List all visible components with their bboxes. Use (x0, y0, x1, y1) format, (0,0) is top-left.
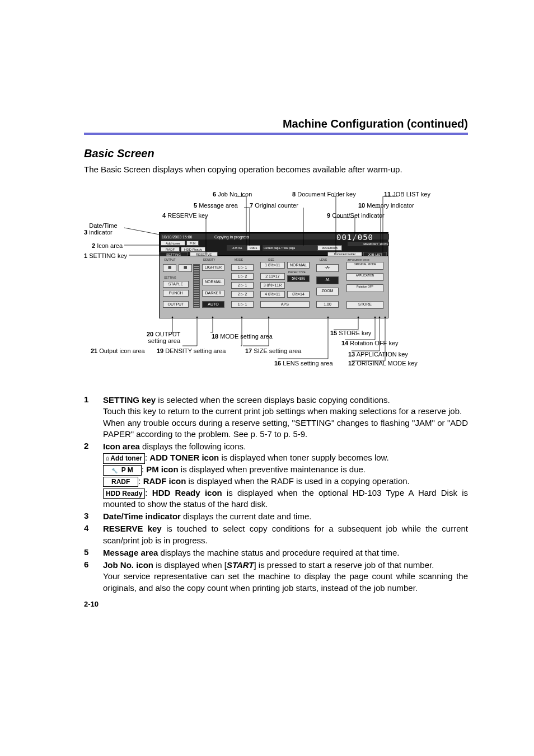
section-title: Basic Screen (84, 147, 468, 160)
page-number: 2-10 (84, 600, 99, 608)
def-2: 2 Icon area displays the following icons… (84, 441, 468, 510)
def-4: 4 RESERVE key is touched to select copy … (84, 523, 468, 546)
def-5: 5 Message area displays the machine stat… (84, 547, 468, 558)
radf-icon: RADF (103, 477, 138, 487)
section-intro: The Basic Screen displays when copying o… (84, 165, 468, 174)
pm-icon: 🔧 P M (103, 465, 142, 476)
svg-line-0 (124, 228, 159, 234)
basic-screen-figure: 6 Job No. icon 8 Document Folder key 11 … (84, 187, 468, 378)
page-header: Machine Configuration (continued) (84, 118, 468, 130)
definitions-list: 1 SETTING key is selected when the scree… (84, 395, 468, 594)
add-toner-icon: ⎙ Add toner (103, 453, 145, 464)
hdd-ready-icon: HDD Ready (103, 489, 145, 499)
def-1: 1 SETTING key is selected when the scree… (84, 395, 468, 440)
def-6: 6 Job No. icon is displayed when [START]… (84, 560, 468, 594)
def-3: 3 Date/Time indicator displays the curre… (84, 511, 468, 522)
